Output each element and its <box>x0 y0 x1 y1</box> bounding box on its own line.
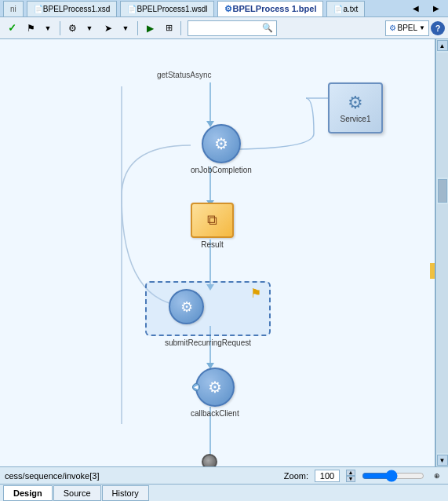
scroll-track-bottom <box>437 204 448 453</box>
node-end <box>202 454 217 466</box>
tab-design[interactable]: Design <box>3 485 53 501</box>
compile-button[interactable]: ⊞ <box>160 20 177 37</box>
tab-source[interactable]: Source <box>53 485 101 501</box>
title-bar: ni 📄 BPELProcess1.xsd 📄 BPELProcess1.wsd… <box>0 0 448 17</box>
xsd-icon: 📄 <box>34 5 43 13</box>
tab-ni-label: ni <box>10 5 16 13</box>
gear-icon-callbackClient: ⚙ <box>208 378 222 397</box>
node-submitRecurring-circle: ⚙ <box>169 289 204 324</box>
zoom-input[interactable] <box>315 470 340 482</box>
search-bar[interactable]: 🔍 <box>188 20 277 36</box>
search-icon: 🔍 <box>262 23 273 33</box>
copy-icon-result: ⧉ <box>207 212 217 229</box>
wsdl-icon: 📄 <box>127 5 137 13</box>
separator-1 <box>60 21 60 35</box>
zoom-up-button[interactable]: ▲ <box>346 470 355 476</box>
tab-wsdl-label: BPELProcess1.wsdl <box>137 5 207 13</box>
separator-3 <box>180 21 181 35</box>
node-callbackClient-circle: ⚙ ◀ <box>195 368 235 407</box>
tab-ni[interactable]: ni <box>3 1 24 16</box>
tab-design-label: Design <box>13 488 42 498</box>
bpel-icon: ⚙ <box>224 4 232 14</box>
gear-icon-submitRecurring: ⚙ <box>180 298 193 316</box>
tab-source-label: Source <box>64 488 91 498</box>
gear-icon-onJobCompletion: ⚙ <box>214 134 228 153</box>
tab-history-label: History <box>112 488 139 498</box>
gear-dropdown[interactable]: ▼ <box>81 20 98 37</box>
help-button[interactable]: ? <box>431 21 445 35</box>
gear-icon-service1: ⚙ <box>348 93 363 113</box>
nav-forward-button[interactable]: ▶ <box>428 0 445 17</box>
main-area: getStatusAsync ⚙ onJobCompletion ⧉ Resul… <box>0 39 448 466</box>
service1-box[interactable]: ⚙ Service1 <box>328 82 383 133</box>
tab-history[interactable]: History <box>102 485 149 501</box>
end-circle <box>202 454 217 466</box>
checkmark-icon: ✓ <box>8 22 16 34</box>
flag-button[interactable]: ⚑ <box>22 20 39 37</box>
txt-icon: 📄 <box>333 5 343 13</box>
dropdown-group: ⚑ ▼ <box>22 20 56 37</box>
zoom-slider[interactable] <box>362 470 424 481</box>
node-onJobCompletion-label: onJobCompletion <box>191 166 252 174</box>
scroll-down-button[interactable]: ▼ <box>437 455 448 466</box>
node-submitRecurring-label: submitRecurringRequest <box>145 338 271 347</box>
status-path: cess/sequence/invoke[3] <box>5 471 99 481</box>
bpel-dropdown-arrow: ▼ <box>419 24 425 31</box>
node-submitRecurring[interactable]: ⚙ <box>169 289 204 324</box>
toolbar: ✓ ⚑ ▼ ⚙ ▼ ➤ ▼ ▶ ⊞ 🔍 ⚙ BPEL ▼ ? <box>0 17 448 39</box>
scroll-track <box>437 53 448 177</box>
service1-label: Service1 <box>341 115 371 123</box>
node-Result-label: Result <box>201 240 223 249</box>
canvas-inner: getStatusAsync ⚙ onJobCompletion ⧉ Resul… <box>0 39 435 466</box>
tab-xsd[interactable]: 📄 BPELProcess1.xsd <box>27 1 118 16</box>
checkmark-button[interactable]: ✓ <box>3 20 20 37</box>
canvas[interactable]: getStatusAsync ⚙ onJobCompletion ⧉ Resul… <box>0 39 435 466</box>
flag-dropdown[interactable]: ▼ <box>39 20 56 37</box>
tab-txt[interactable]: 📄 a.txt <box>326 1 365 16</box>
arrow-dropdown[interactable]: ▼ <box>117 20 134 37</box>
dashed-box-submitRecurring: ⚙ ⚑ <box>145 281 271 336</box>
node-getStatusAsync-label: getStatusAsync <box>157 71 211 79</box>
status-bar: cess/sequence/invoke[3] Zoom: ▲ ▼ ⊕ <box>0 466 448 484</box>
flag-icon: ⚑ <box>250 287 261 300</box>
bpel-dropdown[interactable]: ⚙ BPEL ▼ <box>385 20 430 36</box>
node-Result[interactable]: ⧉ Result <box>191 203 234 249</box>
right-scrollbar[interactable]: ▲ ▼ <box>435 39 448 466</box>
node-onJobCompletion-circle: ⚙ <box>202 124 241 163</box>
arrow-group: ➤ ▼ <box>100 20 134 37</box>
tab-wsdl[interactable]: 📄 BPELProcess1.wsdl <box>120 1 214 16</box>
node-callbackClient[interactable]: ⚙ ◀ callbackClient <box>191 368 239 418</box>
scroll-thumb[interactable] <box>438 179 447 203</box>
bottom-tabs: Design Source History <box>0 484 448 501</box>
flag-badge: ⚑ <box>250 286 261 301</box>
bpel-dropdown-label: BPEL <box>398 24 418 32</box>
node-callbackClient-label: callbackClient <box>191 409 239 418</box>
tab-xsd-label: BPELProcess1.xsd <box>43 5 111 13</box>
scroll-up-button[interactable]: ▲ <box>437 40 448 51</box>
zoom-spinner: ▲ ▼ <box>346 470 355 482</box>
separator-2 <box>137 21 138 35</box>
bpel-icon-small: ⚙ <box>389 24 396 32</box>
tab-txt-label: a.txt <box>343 5 358 13</box>
gear-button[interactable]: ⚙ <box>64 20 81 37</box>
search-input[interactable] <box>191 24 262 33</box>
callback-badge: ◀ <box>192 383 200 391</box>
node-getStatusAsync: getStatusAsync <box>157 71 211 79</box>
node-onJobCompletion[interactable]: ⚙ onJobCompletion <box>191 124 252 174</box>
run-button[interactable]: ▶ <box>141 20 158 37</box>
gear-group: ⚙ ▼ <box>64 20 98 37</box>
nav-back-button[interactable]: ◀ <box>407 0 424 17</box>
tab-bpel-label: BPELProcess 1.bpel <box>232 4 316 13</box>
arrow-button[interactable]: ➤ <box>100 20 117 37</box>
zoom-reset-button[interactable]: ⊕ <box>431 470 443 482</box>
node-Result-rect: ⧉ <box>191 203 234 238</box>
tab-bpel[interactable]: ⚙ BPELProcess 1.bpel <box>217 1 323 16</box>
zoom-label: Zoom: <box>284 471 308 481</box>
side-indicator <box>430 263 435 279</box>
zoom-down-button[interactable]: ▼ <box>346 476 355 482</box>
